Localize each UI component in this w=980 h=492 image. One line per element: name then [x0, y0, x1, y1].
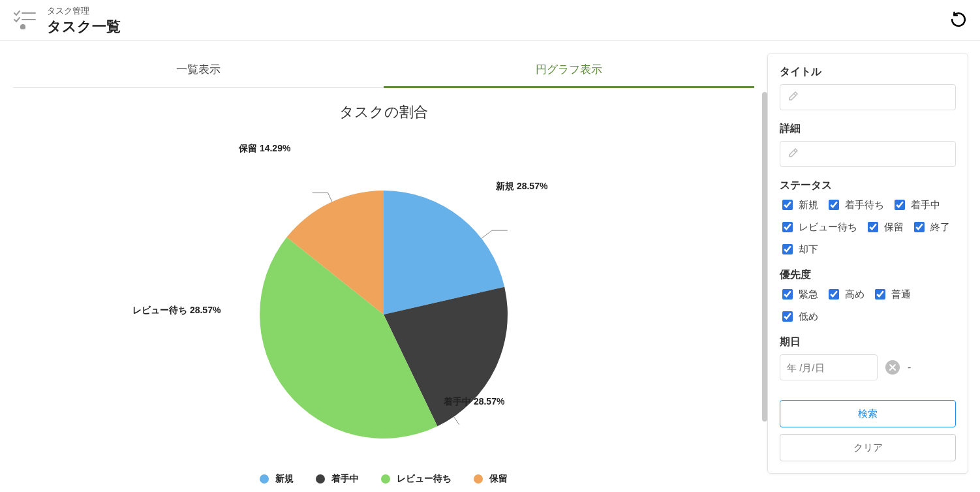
status-label: ステータス — [780, 179, 956, 192]
check-priority-1[interactable]: 高め — [826, 287, 865, 301]
check-status-4[interactable]: 保留 — [865, 220, 904, 234]
slice-label-review: レビュー待ち 28.57% — [132, 305, 221, 316]
legend-label: 着手中 — [331, 473, 359, 485]
legend-item: 着手中 — [316, 473, 359, 485]
priority-label: 優先度 — [780, 268, 956, 282]
page-title: タスク一覧 — [47, 17, 121, 37]
clear-button[interactable]: クリア — [780, 434, 956, 461]
header-left: タスク管理 タスク一覧 — [13, 5, 121, 37]
tabs: 一覧表示 円グラフ表示 — [13, 53, 754, 88]
check-status-5[interactable]: 終了 — [911, 220, 950, 234]
check-priority-2[interactable]: 普通 — [872, 287, 911, 301]
breadcrumb: タスク管理 — [47, 5, 121, 17]
check-status-1[interactable]: 着手待ち — [826, 198, 884, 212]
legend-dot-icon — [260, 474, 269, 484]
date-input[interactable] — [780, 354, 878, 380]
date-range-separator: - — [908, 361, 911, 373]
date-clear-button[interactable] — [885, 360, 900, 375]
check-status-2[interactable]: 着手中 — [892, 198, 940, 212]
legend-dot-icon — [381, 474, 390, 484]
check-status-3[interactable]: レビュー待ち — [780, 220, 857, 234]
header: タスク管理 タスク一覧 — [0, 0, 980, 41]
detail-label: 詳細 — [780, 122, 956, 136]
check-status-0[interactable]: 新規 — [780, 198, 818, 212]
tab-pie[interactable]: 円グラフ表示 — [384, 53, 754, 88]
edit-icon — [788, 90, 799, 104]
task-list-icon — [13, 10, 37, 32]
edit-icon — [788, 147, 799, 161]
slice-label-in-progress: 着手中 28.57% — [444, 396, 504, 408]
legend-dot-icon — [474, 474, 483, 484]
title-label: タイトル — [780, 65, 956, 79]
filter-panel: タイトル 詳細 ステータス 新規 着手待ち — [767, 53, 968, 474]
legend-dot-icon — [316, 474, 325, 484]
check-priority-0[interactable]: 緊急 — [780, 287, 818, 301]
legend-label: 保留 — [489, 473, 508, 485]
chart-title: タスクの割合 — [13, 102, 754, 122]
tab-list[interactable]: 一覧表示 — [13, 53, 384, 87]
priority-checks: 緊急 高め 普通 低め — [780, 287, 956, 324]
chart-area: タスクの割合 — [13, 102, 754, 487]
legend-item: 新規 — [260, 473, 294, 485]
detail-input[interactable] — [780, 141, 956, 167]
status-checks: 新規 着手待ち 着手中 レビュー待ち 保留 終了 却下 — [780, 198, 956, 256]
reload-button[interactable] — [950, 11, 967, 31]
legend-item: レビュー待ち — [381, 473, 452, 485]
legend-label: 新規 — [275, 473, 294, 485]
svg-rect-3 — [20, 25, 25, 29]
date-label: 期日 — [780, 335, 956, 349]
slice-label-hold: 保留 14.29% — [239, 143, 290, 155]
chart-legend: 新規 着手中 レビュー待ち 保留 — [260, 473, 508, 485]
legend-item: 保留 — [474, 473, 508, 485]
legend-label: レビュー待ち — [397, 473, 452, 485]
check-status-6[interactable]: 却下 — [780, 242, 818, 256]
slice-label-new: 新規 28.57% — [496, 181, 547, 192]
scrollbar[interactable] — [762, 92, 767, 480]
check-priority-3[interactable]: 低め — [780, 309, 818, 324]
title-input[interactable] — [780, 84, 956, 110]
search-button[interactable]: 検索 — [780, 400, 956, 427]
